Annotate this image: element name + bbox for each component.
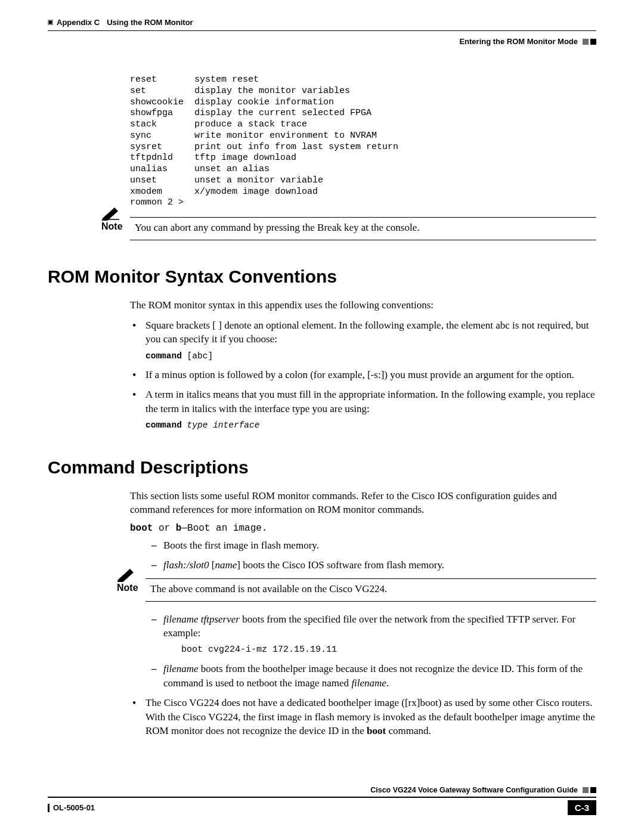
dash3-ital: filename tftpserver: [163, 614, 240, 625]
syntax-cmd-example-1: command [abc]: [145, 350, 596, 362]
footer-vbar-icon: [48, 804, 49, 812]
page-header: Appendix C Using the ROM Monitor: [48, 18, 596, 27]
heading-syntax-conventions: ROM Monitor Syntax Conventions: [48, 267, 596, 287]
syntax-cmd-example-2: command type interface: [145, 419, 596, 431]
note-block-2: Note The above command is not available …: [145, 578, 596, 602]
header-bullet-icon: [48, 20, 53, 25]
syntax-intro: The ROM monitor syntax in this appendix …: [130, 299, 596, 312]
page-footer: Cisco VG224 Voice Gateway Software Confi…: [48, 786, 596, 815]
note-label: Note: [101, 221, 126, 232]
dash4-ital1: filename: [163, 663, 199, 674]
syntax-bullet-list: Square brackets [ ] denote an optional e…: [130, 318, 596, 431]
boot-example-code: boot cvg224-i-mz 172.15.19.11: [181, 644, 596, 657]
dash2-rest: ] boots the Cisco IOS software from flas…: [237, 559, 444, 571]
dash4-rest-b: .: [386, 677, 389, 689]
note2-rule-bottom: [145, 601, 596, 602]
appendix-label: Appendix C: [57, 18, 100, 27]
boot-bold1: boot: [130, 523, 153, 534]
doc-id-text: OL-5005-01: [53, 803, 95, 812]
syntax-bullet-1: Square brackets [ ] denote an optional e…: [130, 318, 596, 362]
footer-doc-id: OL-5005-01: [48, 803, 95, 812]
header-rule: [48, 30, 596, 31]
header-left: Appendix C Using the ROM Monitor: [48, 18, 193, 27]
cmd2-ital: type interface: [182, 420, 260, 430]
cmds-bullet-last: The Cisco VG224 does not have a dedicate…: [130, 696, 596, 738]
syntax-bullet-3: A term in italics means that you must fi…: [130, 388, 596, 431]
syntax-bullet-2: If a minus option is followed by a colon…: [130, 368, 596, 382]
footer-guide-title: Cisco VG224 Voice Gateway Software Confi…: [370, 786, 578, 794]
cmd1-rest: [abc]: [182, 351, 213, 361]
dash2-ital2: name: [215, 559, 237, 571]
header-squares-icon: [583, 39, 596, 45]
note-pencil-icon: [101, 206, 122, 221]
syntax-bullet-1-text: Square brackets [ ] denote an optional e…: [145, 320, 589, 345]
note2-rule-top: [145, 578, 596, 579]
cmd1-bold: command: [145, 351, 182, 361]
footer-rule: [48, 797, 596, 798]
boot-dash-3: filename tftpserver boots from the speci…: [145, 612, 596, 657]
bullet-last-bold: boot: [367, 725, 386, 736]
boot-dash-4: filename boots from the boothelper image…: [145, 662, 596, 690]
boot-rest: —Boot an image.: [181, 523, 267, 534]
cmds-intro: This section lists some useful ROM monit…: [130, 490, 596, 517]
note2-text: The above command is not available on th…: [150, 583, 596, 596]
note2-label: Note: [117, 583, 142, 593]
section-breadcrumb: Entering the ROM Monitor Mode: [459, 37, 578, 46]
dash2-ital1: flash:/slot0: [163, 559, 209, 571]
footer-squares-icon: [583, 787, 596, 793]
boot-dash-1: Boots the first image in flash memory.: [145, 538, 596, 552]
dash2-mid: [: [209, 559, 215, 571]
syntax-bullet-3-text: A term in italics means that you must fi…: [145, 389, 595, 414]
boot-bold2: b: [176, 523, 182, 534]
note-text: You can abort any command by pressing th…: [135, 221, 596, 235]
boot-dash-list-2: filename tftpserver boots from the speci…: [145, 612, 596, 690]
note-rule-top: [130, 217, 596, 218]
bullet-last-b: command.: [386, 725, 431, 736]
boot-dash-2: flash:/slot0 [name] boots the Cisco IOS …: [145, 558, 596, 572]
page-number-badge: C-3: [568, 800, 596, 815]
note-block-1: Note You can abort any command by pressi…: [130, 217, 596, 240]
cmds-bullet-list: The Cisco VG224 does not have a dedicate…: [130, 696, 596, 738]
boot-command-line: boot or b—Boot an image.: [130, 523, 596, 534]
appendix-title: Using the ROM Monitor: [107, 18, 193, 27]
boot-mid: or: [153, 523, 175, 534]
note-rule-bottom: [130, 240, 596, 240]
terminal-output: reset system reset set display the monit…: [130, 75, 596, 209]
cmd2-bold: command: [145, 420, 182, 430]
heading-command-descriptions: Command Descriptions: [48, 457, 596, 478]
boot-dash-list: Boots the first image in flash memory. f…: [145, 538, 596, 572]
note-pencil-icon: [117, 568, 137, 582]
dash4-ital2: filename: [351, 677, 386, 689]
